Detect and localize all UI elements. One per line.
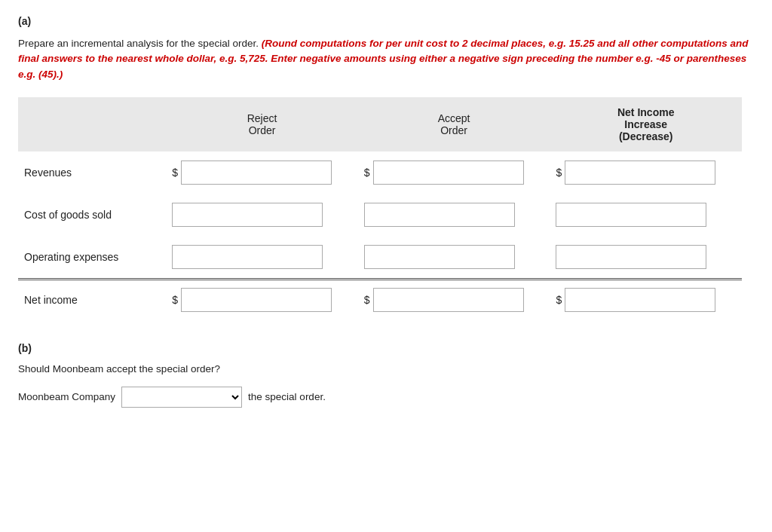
section-a-label: (a) xyxy=(18,15,754,27)
col-header-net-income: Net IncomeIncrease(Decrease) xyxy=(550,97,742,151)
dollar-sign: $ xyxy=(172,167,178,179)
moonbeam-decision-dropdown[interactable]: should acceptshould not acceptacceptreje… xyxy=(121,387,242,408)
section-b-label: (b) xyxy=(18,342,754,354)
table-row: Cost of goods sold xyxy=(18,194,742,236)
net-income-input-2[interactable] xyxy=(556,245,706,269)
row-label: Cost of goods sold xyxy=(18,194,166,236)
reject-input-2[interactable] xyxy=(172,245,323,269)
table-row: Net income$$$ xyxy=(18,279,742,320)
accept-input-3[interactable] xyxy=(373,288,524,312)
col-header-reject: RejectOrder xyxy=(166,97,358,151)
table-row: Revenues$$$ xyxy=(18,151,742,194)
moonbeam-company-label: Moonbeam Company xyxy=(18,391,115,402)
accept-input-1[interactable] xyxy=(364,203,515,227)
dollar-sign: $ xyxy=(556,294,562,306)
dollar-sign: $ xyxy=(556,167,562,179)
net-income-input-1[interactable] xyxy=(556,203,706,227)
net-income-input-0[interactable] xyxy=(565,161,715,185)
accept-input-0[interactable] xyxy=(373,161,524,185)
instructions-normal: Prepare an incremental analysis for the … xyxy=(18,38,259,49)
reject-input-1[interactable] xyxy=(172,203,323,227)
reject-input-3[interactable] xyxy=(181,288,332,312)
section-b-question: Should Moonbeam accept the special order… xyxy=(18,363,754,375)
reject-input-0[interactable] xyxy=(181,161,332,185)
net-income-input-3[interactable] xyxy=(565,288,715,312)
table-row: Operating expenses xyxy=(18,236,742,280)
row-label: Revenues xyxy=(18,151,166,194)
accept-input-2[interactable] xyxy=(364,245,515,269)
row-label: Operating expenses xyxy=(18,236,166,280)
row-label: Net income xyxy=(18,279,166,320)
instructions: Prepare an incremental analysis for the … xyxy=(18,36,754,82)
dollar-sign: $ xyxy=(172,294,178,306)
dollar-sign: $ xyxy=(364,167,370,179)
after-dropdown-text: the special order. xyxy=(248,391,326,402)
dollar-sign: $ xyxy=(364,294,370,306)
col-header-accept: AcceptOrder xyxy=(358,97,550,151)
col-header-label xyxy=(18,97,166,151)
